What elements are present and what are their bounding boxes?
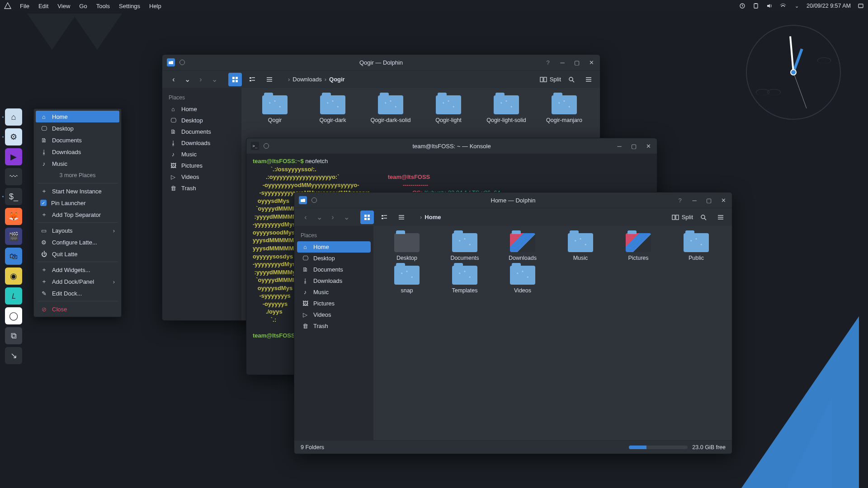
menu-settings[interactable]: Settings	[114, 1, 145, 11]
search-icon[interactable]	[565, 73, 578, 86]
dock-kdenlive[interactable]: 🎬	[5, 228, 22, 245]
dock-brush[interactable]: ↘	[5, 347, 22, 364]
breadcrumb[interactable]: › Downloads › Qogir	[288, 76, 345, 83]
menu-item-start-new-instance[interactable]: ＋Start New Instance	[34, 185, 121, 197]
new-tab-icon[interactable]	[311, 197, 317, 203]
kubuntu-logo-icon[interactable]	[4, 2, 12, 10]
show-desktop-icon[interactable]	[857, 2, 864, 9]
close-icon[interactable]: ✕	[644, 142, 652, 150]
menu-item-configure-latte-[interactable]: ⚙Configure Latte...	[34, 236, 121, 248]
menu-item-pin-launcher[interactable]: ✓Pin Launcher	[34, 197, 121, 209]
sidebar-item-home[interactable]: ⌂Home	[165, 103, 239, 115]
menu-tools[interactable]: Tools	[92, 1, 114, 11]
updates-icon[interactable]	[739, 2, 746, 9]
folder-item[interactable]: Music	[552, 233, 609, 261]
icons-view-button[interactable]	[360, 211, 374, 224]
sidebar-item-home[interactable]: ⌂Home	[297, 241, 371, 253]
titlebar[interactable]: Home — Dolphin ? ─ ▢ ✕	[294, 192, 732, 208]
menu-edit[interactable]: Edit	[34, 1, 53, 11]
dock-firefox[interactable]: 🦊	[5, 208, 22, 225]
menu-item-add-top-separator[interactable]: ＋Add Top Separator	[34, 209, 121, 221]
back-button[interactable]: ‹	[167, 73, 180, 86]
sidebar-item-trash[interactable]: 🗑Trash	[165, 183, 239, 194]
compact-view-button[interactable]	[245, 73, 259, 86]
dock-terminal[interactable]: $_	[5, 188, 22, 205]
chevron-down-icon[interactable]: ⌄	[793, 2, 800, 9]
help-icon[interactable]: ?	[544, 58, 552, 66]
maximize-icon[interactable]: ▢	[705, 196, 713, 204]
new-tab-icon[interactable]	[179, 60, 185, 65]
folder-item[interactable]: Qogir-manjaro	[535, 95, 593, 123]
menu-file[interactable]: File	[15, 1, 34, 11]
sidebar-item-documents[interactable]: 🗎Documents	[297, 264, 371, 275]
menu-item-add-dock-panel[interactable]: ＋Add Dock/Panel›	[34, 276, 121, 287]
dock-settings[interactable]: ⚙	[5, 128, 22, 145]
dock-latte[interactable]: 𝘓	[5, 287, 22, 305]
sidebar-item-downloads[interactable]: ⭳Downloads	[297, 275, 371, 286]
sidebar-item-pictures[interactable]: 🖼Pictures	[165, 160, 239, 171]
forward-menu-icon[interactable]: ⌄	[343, 211, 349, 224]
folder-item[interactable]: Qogir-dark-solid	[362, 95, 420, 123]
network-icon[interactable]	[779, 2, 787, 9]
folder-item[interactable]: Downloads	[494, 233, 552, 261]
folder-item[interactable]: Qogir	[246, 95, 304, 123]
icons-view-button[interactable]	[228, 73, 242, 86]
menu-go[interactable]: Go	[75, 1, 91, 11]
sidebar-item-trash[interactable]: 🗑Trash	[297, 320, 371, 332]
sidebar-item-downloads[interactable]: ⭳Downloads	[165, 137, 239, 149]
folder-item[interactable]: Documents	[436, 233, 494, 261]
titlebar[interactable]: Qogir — Dolphin ? ─ ▢ ✕	[162, 55, 600, 70]
forward-menu-icon[interactable]: ⌄	[211, 73, 217, 86]
folder-item[interactable]: Qogir-light	[420, 95, 477, 123]
compact-view-button[interactable]	[377, 211, 391, 224]
forward-button[interactable]: ›	[194, 73, 208, 86]
breadcrumb[interactable]: › Home	[420, 214, 441, 221]
split-button[interactable]: Split	[540, 76, 561, 83]
folder-view[interactable]: DesktopDocumentsDownloadsMusicPicturesPu…	[373, 226, 732, 440]
more-places[interactable]: 3 more Places	[34, 169, 121, 181]
menu-item-add-widgets-[interactable]: ＋Add Widgets...	[34, 264, 121, 276]
crumb-segment[interactable]: Downloads	[292, 76, 321, 83]
dock-media[interactable]: ▶	[5, 148, 22, 165]
hamburger-menu-icon[interactable]	[582, 73, 595, 86]
maximize-icon[interactable]: ▢	[573, 58, 581, 66]
sidebar-item-desktop[interactable]: 🖵Desktop	[297, 253, 371, 264]
folder-item[interactable]: Qogir-dark	[304, 95, 362, 123]
minimize-icon[interactable]: ─	[558, 58, 566, 66]
menu-item-music[interactable]: ♪Music	[34, 158, 121, 169]
details-view-button[interactable]	[395, 211, 408, 224]
sidebar-item-music[interactable]: ♪Music	[165, 149, 239, 160]
sidebar-item-documents[interactable]: 🗎Documents	[165, 126, 239, 137]
dock-files[interactable]: ⌂	[5, 108, 22, 126]
sidebar-item-videos[interactable]: ▷Videos	[297, 309, 371, 320]
hamburger-menu-icon[interactable]	[714, 211, 727, 224]
menu-view[interactable]: View	[53, 1, 75, 11]
folder-item[interactable]: Desktop	[378, 233, 436, 261]
dock-screenshot[interactable]: ⧉	[5, 327, 22, 344]
new-tab-icon[interactable]	[264, 143, 269, 149]
sidebar-item-pictures[interactable]: 🖼Pictures	[297, 298, 371, 309]
folder-item[interactable]: Templates	[436, 266, 494, 294]
titlebar[interactable]: >_ team@ItsFOSS: ~ — Konsole ─ ▢ ✕	[246, 138, 657, 154]
folder-item[interactable]: Qogir-light-solid	[477, 95, 535, 123]
folder-item[interactable]: Pictures	[609, 233, 667, 261]
menu-item-home[interactable]: ⌂Home	[36, 111, 119, 122]
clipboard-icon[interactable]	[752, 2, 760, 9]
menu-item-close[interactable]: ⊘Close	[34, 303, 121, 315]
menu-item-downloads[interactable]: ⭳Downloads	[34, 146, 121, 158]
panel-clock[interactable]: 20/09/22 9:57 AM	[807, 3, 851, 9]
close-icon[interactable]: ✕	[719, 196, 727, 204]
sidebar-item-music[interactable]: ♪Music	[297, 286, 371, 298]
folder-item[interactable]: Videos	[494, 266, 552, 294]
dock-discover[interactable]: 🛍	[5, 248, 22, 265]
menu-item-layouts[interactable]: ▭Layouts›	[34, 225, 121, 236]
search-icon[interactable]	[697, 211, 710, 224]
dock-disc[interactable]: ◉	[5, 267, 22, 285]
menu-item-documents[interactable]: 🗎Documents	[34, 134, 121, 146]
menu-item-edit-dock-[interactable]: ✎Edit Dock...	[34, 287, 121, 299]
folder-item[interactable]: snap	[378, 266, 436, 294]
sidebar-item-videos[interactable]: ▷Videos	[165, 171, 239, 183]
back-menu-icon[interactable]: ⌄	[316, 211, 322, 224]
help-icon[interactable]: ?	[676, 196, 684, 204]
folder-item[interactable]: Public	[667, 233, 725, 261]
